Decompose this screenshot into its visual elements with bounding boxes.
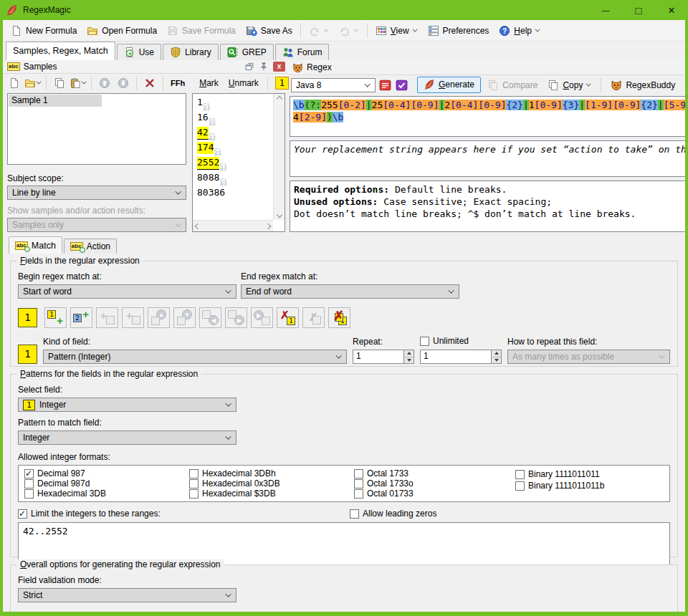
tab-action[interactable]: abcAction xyxy=(64,239,117,254)
tab-forum[interactable]: Forum xyxy=(275,44,330,60)
insert-field-after-button: + xyxy=(122,307,144,328)
field-buttons-row: 11+2+++▲▼◀▶▶✗1✗1✗ xyxy=(18,307,670,328)
format-checkbox-hexadecimal-3dbh[interactable]: Hexadecimal 3DBh xyxy=(189,468,354,478)
limit-ranges-label: Limit the integers to these ranges: xyxy=(31,509,161,519)
regex-token: [0-2] xyxy=(338,100,366,110)
end-match-select[interactable]: End of word xyxy=(241,284,459,299)
horizontal-scrollbar[interactable] xyxy=(193,220,273,231)
delete-all-fields-button[interactable]: 1✗ xyxy=(328,307,350,328)
repeat-min-stepper[interactable]: 1 xyxy=(353,350,414,364)
replacement-editor[interactable]: Your replacement string appears here if … xyxy=(290,140,685,177)
delete-field-button[interactable]: ✗1 xyxy=(277,307,299,328)
minimize-button[interactable]: — xyxy=(589,0,622,20)
repeat-max-stepper[interactable]: 1 xyxy=(420,350,502,364)
preferences-button[interactable]: Preferences xyxy=(423,22,494,39)
restore-panel-icon[interactable] xyxy=(244,62,254,72)
help-button[interactable]: ?Help xyxy=(494,22,545,39)
sample-text-area[interactable]: 1CRLF16CRLF42CRLF174CRLF2552CRLF8088CRLF… xyxy=(192,93,285,232)
format-checkbox-hexadecimal-3db[interactable]: Hexadecimal 3DB xyxy=(24,489,189,499)
generate-button[interactable]: Generate xyxy=(417,77,481,93)
auto-generate-toggle-icon[interactable] xyxy=(395,79,408,92)
move-sample-down-button[interactable] xyxy=(115,75,132,91)
scroll-right-icon[interactable] xyxy=(265,223,271,228)
regex-editor[interactable]: \b(?:255[0-2]|25[0-4][0-9]|2[0-4][0-9]{2… xyxy=(290,96,685,137)
regex-token: [1-9] xyxy=(585,100,613,110)
paste-sample-button[interactable] xyxy=(70,75,87,91)
delete-sample-button[interactable] xyxy=(141,75,158,91)
close-button[interactable]: ✕ xyxy=(655,0,688,20)
format-checkbox-binary-1111011011b[interactable]: Binary 1111011011b xyxy=(515,480,664,491)
add-field-1-button[interactable]: 1+ xyxy=(44,307,67,328)
options-line: Required options: Default line breaks. xyxy=(294,183,685,196)
format-checkbox-octal-1733o[interactable]: Octal 1733o xyxy=(354,478,515,489)
format-checkbox-hexadecimal-0x3db[interactable]: Hexadecimal 0x3DB xyxy=(189,478,354,489)
samples-panel: abc Samples x FFh Mark Unmark 1 xyxy=(3,60,288,236)
save-as-icon xyxy=(246,25,257,37)
format-checkbox-hexadecimal-$3db[interactable]: Hexadecimal $3DB xyxy=(189,489,354,499)
format-checkbox-decimal-987[interactable]: Decimal 987 xyxy=(24,468,189,478)
mark-count-badge: 1 xyxy=(275,77,289,90)
view-icon xyxy=(376,25,387,37)
tab-use[interactable]: Use xyxy=(117,44,161,60)
regex-token: {2} xyxy=(641,100,657,110)
scroll-down-icon[interactable] xyxy=(276,212,282,218)
save-as-button[interactable]: Save As xyxy=(241,22,297,39)
show-results-label: Show samples and/or action results: xyxy=(7,206,186,216)
new-formula-button[interactable]: New Formula xyxy=(6,22,82,39)
maximize-button[interactable]: □ xyxy=(622,0,655,20)
add-field-2-button[interactable]: 2+ xyxy=(70,307,92,328)
sample-list-item[interactable]: Sample 1 xyxy=(9,95,102,107)
pattern-to-match-select[interactable]: Integer xyxy=(18,430,236,445)
regexbuddy-button[interactable]: RegexBuddy xyxy=(607,78,679,92)
format-column: Decimal 987Decimal 987dHexadecimal 3DB xyxy=(24,468,189,499)
sample-list[interactable]: Sample 1 xyxy=(7,93,186,165)
scroll-left-icon[interactable] xyxy=(195,223,201,228)
vertical-scrollbar[interactable] xyxy=(273,94,285,220)
format-column: Octal 1733Octal 1733oOctal 01733 xyxy=(354,468,515,499)
regex-panel-title: Regex xyxy=(307,62,332,72)
options-line: Dot doesn’t match line breaks; ^$ don’t … xyxy=(294,208,685,220)
tab-match[interactable]: abcMatch xyxy=(9,236,62,254)
open-formula-button[interactable]: Open Formula xyxy=(82,22,162,39)
pin-panel-icon[interactable] xyxy=(259,62,269,72)
view-button[interactable]: View xyxy=(371,22,423,39)
subject-scope-select[interactable]: Line by line xyxy=(7,186,186,200)
kind-of-field-select[interactable]: Pattern (Integer) xyxy=(43,350,347,364)
limit-ranges-checkbox[interactable]: Limit the integers to these ranges: xyxy=(18,508,161,519)
mark-button[interactable]: Mark xyxy=(198,77,220,90)
format-checkbox-binary-1111011011[interactable]: Binary 1111011011 xyxy=(515,468,664,480)
format-checkbox-octal-01733[interactable]: Octal 01733 xyxy=(354,489,515,499)
hex-mode-toggle-button[interactable]: FFh xyxy=(168,75,188,91)
leading-zeros-checkbox[interactable]: Allow leading zeros xyxy=(350,508,436,519)
begin-match-select[interactable]: Start of word xyxy=(18,284,236,299)
allowed-formats-label: Allowed integer formats: xyxy=(18,452,670,462)
copy-button[interactable]: Copy xyxy=(544,78,595,92)
tab-samples-regex-match[interactable]: Samples, Regex, Match xyxy=(6,42,115,60)
unlimited-checkbox[interactable]: Unlimited xyxy=(420,335,502,347)
validation-mode-select[interactable]: Strict xyxy=(18,588,236,602)
copy-sample-button[interactable] xyxy=(51,75,68,91)
open-sample-button[interactable] xyxy=(24,75,42,91)
tab-library[interactable]: Library xyxy=(163,44,219,60)
regex-flavor-select[interactable]: Java 8 xyxy=(291,78,376,92)
new-sample-button[interactable] xyxy=(6,75,23,91)
regex-token: \b xyxy=(293,100,305,110)
close-panel-icon[interactable]: x xyxy=(273,62,285,72)
show-results-select: Samples only xyxy=(7,218,186,232)
replacement-mode-icon[interactable] xyxy=(378,79,392,92)
regex-token: 1 xyxy=(529,100,535,110)
select-field-select[interactable]: 1 Integer xyxy=(18,398,236,412)
tab-label: Samples, Regex, Match xyxy=(13,46,108,56)
move-sample-up-button[interactable] xyxy=(96,75,113,91)
tab-grep[interactable]: GREP xyxy=(220,44,274,60)
format-checkbox-decimal-987d[interactable]: Decimal 987d xyxy=(24,478,189,489)
unmark-button[interactable]: Unmark xyxy=(227,77,260,90)
regex-token: 25 xyxy=(372,100,383,110)
regexbuddy-cat-icon xyxy=(292,62,303,73)
samples-panel-header: abc Samples x xyxy=(3,60,288,74)
patterns-section: Patterns for the fields in the regular e… xyxy=(10,374,678,557)
scroll-up-icon[interactable] xyxy=(276,96,282,102)
app-feather-icon xyxy=(6,4,18,16)
samples-toolbar: FFh Mark Unmark 1 xyxy=(3,74,288,92)
format-checkbox-octal-1733[interactable]: Octal 1733 xyxy=(354,468,515,478)
